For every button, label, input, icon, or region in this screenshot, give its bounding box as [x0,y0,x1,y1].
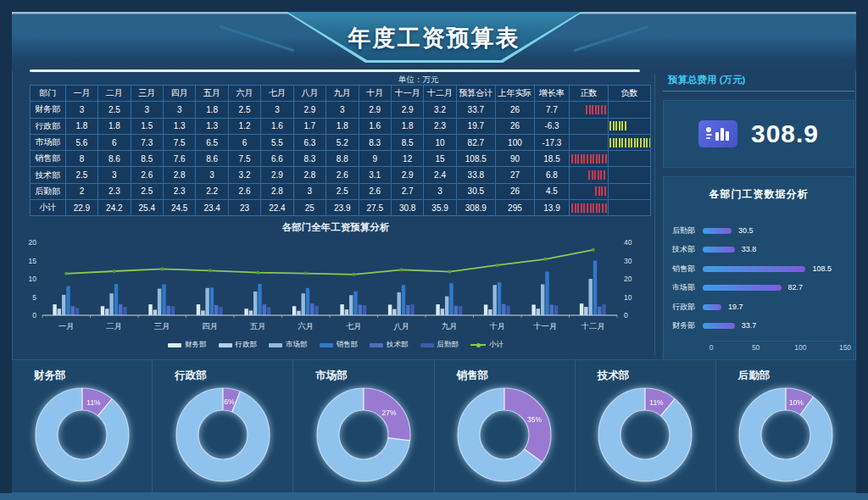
table-cell: 3.2 [424,102,456,118]
table-cell: 3.2 [228,167,260,183]
table-cell: 22.4 [261,200,293,216]
table-cell: 8.6 [196,151,228,167]
table-cell: 1.5 [131,118,163,134]
hbar-value: 19.7 [728,303,743,311]
legend-item: 行政部 [219,340,258,350]
table-row: 市场部5.667.37.56.565.56.35.28.38.51082.710… [31,134,651,150]
table-cell: 后勤部 [31,183,66,199]
bar-chart-icon [698,120,737,147]
table-cell: 1.6 [359,118,391,134]
svg-text:十二月: 十二月 [581,321,606,331]
table-cell: 1.7 [293,118,326,134]
table-cell: 15 [424,151,456,167]
table-cell: 25 [293,200,326,216]
table-cell: 3 [131,102,163,118]
table-cell: 26 [495,183,534,199]
table-cell: 1.6 [261,118,293,134]
table-cell: 3 [326,102,359,118]
table-cell: 5.6 [65,134,97,150]
table-cell: 7.5 [163,134,195,150]
svg-text:一月: 一月 [58,321,75,331]
table-header-cell: 一月 [65,86,97,102]
table-cell: 8 [65,151,97,167]
table-cell: 26 [495,118,534,134]
table-cell: 6 [98,134,131,150]
table-cell: 1.2 [228,118,260,134]
table-cell: 6.5 [196,134,228,150]
table-cell: 27.5 [359,200,391,216]
table-cell: 2.9 [391,102,423,118]
table-cell: 2.8 [261,183,293,199]
table-cell: 3 [261,102,293,118]
table-header-cell: 正数 [569,86,608,102]
hbar-label: 后勤部 [672,225,703,236]
dept-axis: 050100150 [711,341,845,353]
donut-chart: 35% [454,385,554,485]
header-rule [30,69,640,72]
svg-text:10: 10 [29,275,37,283]
pos-bar-cell [569,102,608,118]
table-row: 后勤部22.32.52.32.22.62.832.52.62.7330.5264… [31,183,651,199]
table-header-cell: 八月 [293,86,326,102]
hbar-value: 33.8 [742,245,757,253]
table-cell: 13.9 [535,200,570,216]
table-cell: 23.9 [326,200,359,216]
axis-tick-label: 100 [794,343,806,352]
table-cell: 26 [495,102,534,118]
donut-row: 财务部 11% 行政部 6 [12,359,856,492]
hbar-track: 33.7 [703,322,845,330]
donut-pct-label: 35% [527,415,542,424]
svg-text:六月: 六月 [298,321,314,331]
table-cell: 9 [359,151,391,167]
table-header-cell: 二月 [98,86,131,102]
donut-panel: 财务部 11% [12,360,153,492]
table-header-cell: 四月 [163,86,195,102]
table-cell: 8.5 [131,151,163,167]
table-cell: 108.5 [456,151,495,167]
combo-chart-title: 各部门全年工资预算分析 [19,221,653,234]
table-header-cell: 三月 [131,86,163,102]
table-cell: 财务部 [31,102,66,118]
table-cell: 行政部 [31,118,66,134]
hbar-track: 30.5 [703,227,845,235]
svg-text:20: 20 [29,238,37,247]
donut-panel: 行政部 6% [153,360,293,492]
pos-bar-cell [569,167,608,183]
svg-text:30: 30 [624,257,632,265]
legend-item-line: 小计 [470,340,504,350]
svg-text:二月: 二月 [106,321,122,331]
table-cell: 12 [391,151,423,167]
table-cell: 6.3 [293,134,326,150]
table-cell: 24.5 [163,200,195,216]
table-cell: 8.3 [359,134,391,150]
table-cell: 6 [228,134,260,150]
table-cell: 1.8 [65,118,97,134]
table-row: 技术部2.532.62.833.22.92.82.63.12.92.433.82… [31,167,651,183]
svg-text:10: 10 [624,293,632,302]
table-cell: 7.3 [131,134,163,150]
hbar [703,247,735,253]
hbar-row: 销售部 108.5 [672,259,845,279]
hbar-label: 财务部 [672,320,703,331]
table-cell: 2.9 [261,167,293,183]
table-cell: 8.8 [326,151,359,167]
table-cell: 25.4 [131,200,163,216]
donut-label: 销售部 [457,369,575,383]
hbar-value: 108.5 [812,264,832,273]
table-cell: 2.6 [228,183,260,199]
table-cell: 2.5 [326,183,359,199]
combo-chart-block: 各部门全年工资预算分析 05101520010203040一月二月三月四月五月六… [19,221,653,350]
hbar [703,323,735,329]
svg-text:15: 15 [29,257,37,265]
hbar-track: 108.5 [703,265,845,273]
table-cell: 7.5 [228,151,260,167]
table-cell: 1.8 [98,118,131,134]
hbar-value: 33.7 [742,321,757,330]
table-row: 销售部88.68.57.68.67.56.68.38.891215108.590… [31,151,651,167]
table-cell: 3 [98,167,131,183]
table-cell: 295 [495,200,534,216]
hbar-label: 市场部 [672,282,703,293]
pos-bar-cell [569,134,608,150]
table-cell: 2.3 [163,183,195,199]
legend-item: 销售部 [320,340,359,350]
